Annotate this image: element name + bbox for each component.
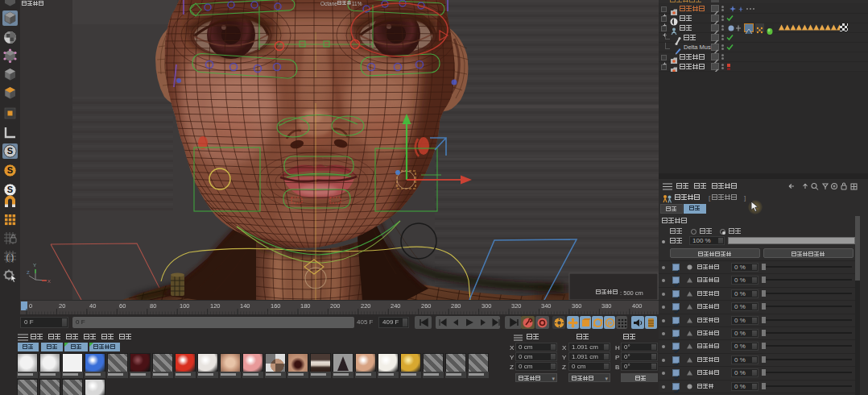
svg-text:320: 320 (511, 302, 522, 310)
svg-text:S: S (7, 165, 13, 175)
svg-text:340: 340 (541, 302, 552, 310)
svg-text:40: 40 (89, 302, 96, 310)
svg-text:260: 260 (421, 302, 432, 310)
svg-text:400: 400 (632, 302, 643, 310)
svg-text:360: 360 (572, 302, 582, 310)
svg-text:380: 380 (601, 302, 612, 310)
svg-text:120: 120 (210, 302, 221, 310)
svg-text:S: S (7, 185, 13, 194)
svg-text:300: 300 (482, 302, 492, 310)
svg-text:200: 200 (330, 302, 341, 310)
svg-text:X: X (48, 279, 51, 284)
svg-text:0: 0 (29, 302, 32, 310)
svg-text:80: 80 (150, 302, 156, 310)
svg-text:220: 220 (361, 302, 371, 310)
svg-text:180: 180 (300, 302, 311, 310)
svg-text:P: P (607, 319, 612, 326)
svg-text:60: 60 (119, 302, 126, 310)
svg-text:240: 240 (391, 302, 401, 310)
svg-text:280: 280 (451, 302, 461, 310)
svg-text:20: 20 (59, 302, 65, 310)
svg-text:140: 140 (240, 302, 250, 310)
svg-text:S: S (7, 146, 13, 156)
svg-text:Z: Z (27, 270, 30, 275)
svg-text:Y: Y (33, 263, 36, 268)
svg-text:160: 160 (271, 302, 281, 310)
svg-text:100: 100 (180, 302, 190, 310)
svg-text:( ): ( ) (6, 253, 14, 262)
